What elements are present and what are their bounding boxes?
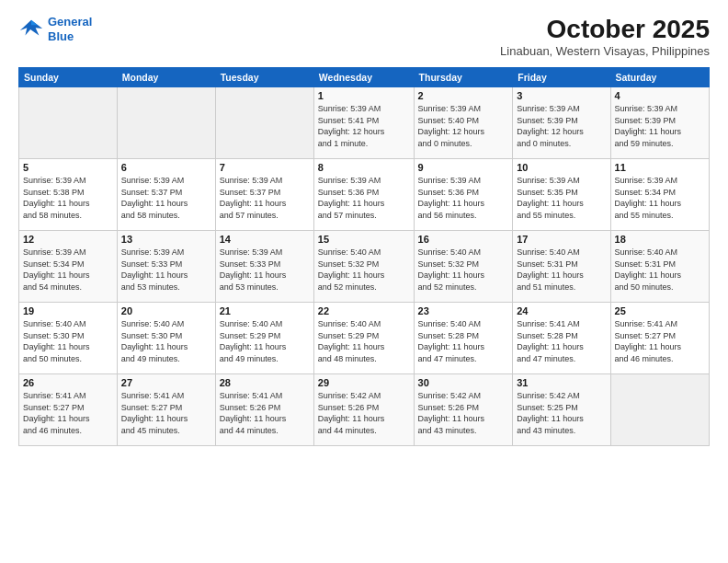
day-number: 28 [220,377,310,388]
day-cell: 15Sunrise: 5:40 AM Sunset: 5:32 PM Dayli… [313,231,414,303]
day-cell [19,87,118,159]
day-cell: 17Sunrise: 5:40 AM Sunset: 5:31 PM Dayli… [513,231,610,303]
day-cell: 5Sunrise: 5:39 AM Sunset: 5:38 PM Daylig… [19,159,118,231]
day-info: Sunrise: 5:42 AM Sunset: 5:26 PM Dayligh… [318,390,410,436]
day-info: Sunrise: 5:40 AM Sunset: 5:32 PM Dayligh… [418,247,509,293]
day-info: Sunrise: 5:39 AM Sunset: 5:41 PM Dayligh… [318,103,410,149]
day-cell: 23Sunrise: 5:40 AM Sunset: 5:28 PM Dayli… [414,303,513,374]
day-header-wednesday: Wednesday [313,68,414,87]
day-number: 29 [318,377,410,388]
day-number: 6 [121,162,211,173]
day-info: Sunrise: 5:39 AM Sunset: 5:40 PM Dayligh… [418,103,509,149]
day-info: Sunrise: 5:42 AM Sunset: 5:25 PM Dayligh… [517,390,606,436]
day-cell: 26Sunrise: 5:41 AM Sunset: 5:27 PM Dayli… [19,374,118,446]
day-number: 23 [418,305,509,316]
day-cell: 19Sunrise: 5:40 AM Sunset: 5:30 PM Dayli… [19,303,118,374]
day-cell: 3Sunrise: 5:39 AM Sunset: 5:39 PM Daylig… [513,87,610,159]
day-cell: 30Sunrise: 5:42 AM Sunset: 5:26 PM Dayli… [414,374,513,446]
subtitle: Linabuan, Western Visayas, Philippines [500,44,710,58]
day-info: Sunrise: 5:39 AM Sunset: 5:38 PM Dayligh… [23,175,113,221]
day-cell: 29Sunrise: 5:42 AM Sunset: 5:26 PM Dayli… [313,374,414,446]
calendar-header: SundayMondayTuesdayWednesdayThursdayFrid… [19,68,710,87]
day-info: Sunrise: 5:41 AM Sunset: 5:28 PM Dayligh… [517,318,606,364]
day-header-saturday: Saturday [610,68,709,87]
logo: General Blue [18,15,92,43]
day-cell: 7Sunrise: 5:39 AM Sunset: 5:37 PM Daylig… [215,159,313,231]
day-number: 12 [23,234,113,245]
day-cell: 1Sunrise: 5:39 AM Sunset: 5:41 PM Daylig… [313,87,414,159]
week-row-3: 19Sunrise: 5:40 AM Sunset: 5:30 PM Dayli… [19,303,710,374]
day-cell: 22Sunrise: 5:40 AM Sunset: 5:29 PM Dayli… [313,303,414,374]
day-number: 1 [318,90,410,101]
day-info: Sunrise: 5:39 AM Sunset: 5:37 PM Dayligh… [220,175,310,221]
day-number: 24 [517,305,606,316]
week-row-4: 26Sunrise: 5:41 AM Sunset: 5:27 PM Dayli… [19,374,710,446]
day-cell: 20Sunrise: 5:40 AM Sunset: 5:30 PM Dayli… [117,303,215,374]
day-cell: 10Sunrise: 5:39 AM Sunset: 5:35 PM Dayli… [513,159,610,231]
day-cell: 8Sunrise: 5:39 AM Sunset: 5:36 PM Daylig… [313,159,414,231]
day-info: Sunrise: 5:40 AM Sunset: 5:29 PM Dayligh… [220,318,310,364]
day-info: Sunrise: 5:40 AM Sunset: 5:30 PM Dayligh… [121,318,211,364]
day-number: 8 [318,162,410,173]
page: General Blue October 2025 Linabuan, West… [0,0,728,563]
day-number: 27 [121,377,211,388]
day-number: 15 [318,234,410,245]
day-info: Sunrise: 5:40 AM Sunset: 5:29 PM Dayligh… [318,318,410,364]
day-number: 17 [517,234,606,245]
day-number: 22 [318,305,410,316]
title-block: October 2025 Linabuan, Western Visayas, … [500,15,710,58]
day-info: Sunrise: 5:41 AM Sunset: 5:26 PM Dayligh… [220,390,310,436]
day-cell: 14Sunrise: 5:39 AM Sunset: 5:33 PM Dayli… [215,231,313,303]
day-info: Sunrise: 5:39 AM Sunset: 5:33 PM Dayligh… [121,247,211,293]
day-info: Sunrise: 5:39 AM Sunset: 5:36 PM Dayligh… [318,175,410,221]
day-number: 3 [517,90,606,101]
day-cell: 12Sunrise: 5:39 AM Sunset: 5:34 PM Dayli… [19,231,118,303]
day-number: 11 [615,162,705,173]
calendar-body: 1Sunrise: 5:39 AM Sunset: 5:41 PM Daylig… [19,87,710,446]
day-info: Sunrise: 5:39 AM Sunset: 5:36 PM Dayligh… [418,175,509,221]
day-cell: 24Sunrise: 5:41 AM Sunset: 5:28 PM Dayli… [513,303,610,374]
week-row-1: 5Sunrise: 5:39 AM Sunset: 5:38 PM Daylig… [19,159,710,231]
day-cell: 27Sunrise: 5:41 AM Sunset: 5:27 PM Dayli… [117,374,215,446]
day-cell: 31Sunrise: 5:42 AM Sunset: 5:25 PM Dayli… [513,374,610,446]
day-info: Sunrise: 5:41 AM Sunset: 5:27 PM Dayligh… [615,318,705,364]
week-row-0: 1Sunrise: 5:39 AM Sunset: 5:41 PM Daylig… [19,87,710,159]
day-number: 13 [121,234,211,245]
day-number: 21 [220,305,310,316]
day-number: 30 [418,377,509,388]
day-number: 2 [418,90,509,101]
day-header-monday: Monday [117,68,215,87]
logo-icon [18,17,44,42]
day-cell [117,87,215,159]
day-number: 26 [23,377,113,388]
day-info: Sunrise: 5:39 AM Sunset: 5:35 PM Dayligh… [517,175,606,221]
day-cell [610,374,709,446]
day-number: 7 [220,162,310,173]
day-cell [215,87,313,159]
day-info: Sunrise: 5:39 AM Sunset: 5:33 PM Dayligh… [220,247,310,293]
day-cell: 2Sunrise: 5:39 AM Sunset: 5:40 PM Daylig… [414,87,513,159]
day-cell: 11Sunrise: 5:39 AM Sunset: 5:34 PM Dayli… [610,159,709,231]
day-cell: 18Sunrise: 5:40 AM Sunset: 5:31 PM Dayli… [610,231,709,303]
header: General Blue October 2025 Linabuan, West… [18,15,710,58]
day-number: 9 [418,162,509,173]
day-info: Sunrise: 5:40 AM Sunset: 5:31 PM Dayligh… [615,247,705,293]
day-cell: 16Sunrise: 5:40 AM Sunset: 5:32 PM Dayli… [414,231,513,303]
calendar: SundayMondayTuesdayWednesdayThursdayFrid… [18,67,710,446]
logo-text: General Blue [48,15,92,43]
day-cell: 9Sunrise: 5:39 AM Sunset: 5:36 PM Daylig… [414,159,513,231]
day-number: 20 [121,305,211,316]
day-info: Sunrise: 5:39 AM Sunset: 5:37 PM Dayligh… [121,175,211,221]
day-info: Sunrise: 5:39 AM Sunset: 5:34 PM Dayligh… [615,175,705,221]
day-cell: 13Sunrise: 5:39 AM Sunset: 5:33 PM Dayli… [117,231,215,303]
day-cell: 28Sunrise: 5:41 AM Sunset: 5:26 PM Dayli… [215,374,313,446]
day-header-sunday: Sunday [19,68,118,87]
day-header-tuesday: Tuesday [215,68,313,87]
day-header-friday: Friday [513,68,610,87]
day-number: 31 [517,377,606,388]
day-info: Sunrise: 5:40 AM Sunset: 5:30 PM Dayligh… [23,318,113,364]
day-number: 16 [418,234,509,245]
day-info: Sunrise: 5:40 AM Sunset: 5:28 PM Dayligh… [418,318,509,364]
day-info: Sunrise: 5:40 AM Sunset: 5:31 PM Dayligh… [517,247,606,293]
day-number: 14 [220,234,310,245]
